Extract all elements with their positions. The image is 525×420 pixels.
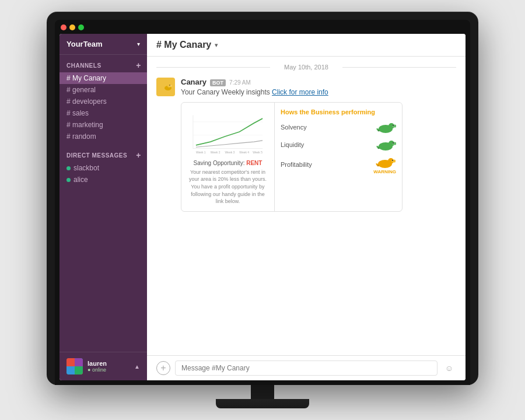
channel-name: # developers	[66, 97, 107, 106]
online-dot-icon	[66, 166, 71, 170]
svg-text:Week 3: Week 3	[225, 150, 235, 153]
online-dot-icon	[66, 178, 71, 182]
maximize-button[interactable]	[78, 24, 84, 30]
user-status: ● online	[88, 367, 107, 373]
dm-name: slackbot	[74, 164, 99, 172]
channel-name: # marketing	[66, 121, 103, 129]
channel-name: # general	[66, 86, 96, 94]
sidebar-item-marketing[interactable]: # marketing	[60, 119, 147, 131]
monitor-neck	[251, 385, 274, 399]
dm-name: alice	[74, 176, 88, 184]
minimize-button[interactable]	[69, 24, 75, 30]
metric-label-profitability: Profitability	[281, 161, 312, 168]
svg-text:Week 1: Week 1	[196, 150, 206, 153]
message: Canary BOT 7:29 AM Your Canary Weekly in…	[156, 78, 456, 212]
main-content: # My Canary ▾ May 10th, 2018	[147, 34, 466, 380]
sidebar: YourTeam ▾ CHANNELS + # My Canary # gene…	[60, 34, 147, 380]
monitor-base	[216, 399, 309, 408]
sidebar-item-my-canary[interactable]: # My Canary	[60, 72, 147, 84]
messages-area: May 10th, 2018	[147, 57, 466, 355]
close-button[interactable]	[61, 24, 66, 30]
channels-label: CHANNELS	[66, 62, 102, 69]
dm-alice[interactable]: alice	[60, 174, 147, 186]
svg-text:Week 4: Week 4	[239, 150, 249, 153]
svg-point-25	[392, 160, 393, 161]
add-channel-icon[interactable]: +	[136, 61, 141, 70]
date-label: May 10th, 2018	[284, 64, 328, 71]
attach-button[interactable]: +	[156, 361, 170, 375]
screen-bezel: YourTeam ▾ CHANNELS + # My Canary # gene…	[55, 20, 470, 385]
channels-section: CHANNELS + # My Canary # general # devel…	[60, 55, 147, 145]
rent-label: RENT	[246, 160, 262, 166]
dm-slackbot[interactable]: slackbot	[60, 162, 147, 174]
metric-label-liquidity: Liquidity	[281, 141, 304, 148]
metric-solvency: Solvency	[281, 120, 396, 134]
bot-badge: BOT	[210, 79, 226, 86]
channel-chevron-icon: ▾	[215, 41, 218, 49]
svg-text:Week 5: Week 5	[253, 150, 262, 153]
team-header[interactable]: YourTeam ▾	[60, 34, 147, 55]
user-info[interactable]: lauren ● online	[66, 358, 107, 374]
message-body: Canary BOT 7:29 AM Your Canary Weekly in…	[181, 78, 456, 212]
card-description: Your nearest competitor's rent in your a…	[187, 169, 268, 205]
sidebar-item-random[interactable]: # random	[60, 131, 147, 142]
svg-point-4	[169, 85, 170, 86]
card-right-title: Hows the Business performing	[281, 108, 396, 116]
plus-icon: +	[160, 363, 166, 373]
message-author: Canary	[181, 78, 206, 86]
avatar	[66, 358, 83, 374]
sidebar-item-sales[interactable]: # sales	[60, 107, 147, 119]
sidebar-footer: lauren ● online ▲	[60, 352, 147, 380]
bird-icon-liquidity	[375, 138, 396, 152]
channel-name: # random	[66, 132, 96, 141]
sidebar-item-general[interactable]: # general	[60, 84, 147, 96]
direct-messages-section: DIRECT MESSAGES + slackbot alice	[60, 145, 147, 188]
monitor: YourTeam ▾ CHANNELS + # My Canary # gene…	[47, 12, 478, 408]
monitor-stand	[47, 385, 478, 408]
message-time: 7:29 AM	[229, 79, 251, 86]
svg-text:Week 2: Week 2	[211, 150, 220, 153]
mini-chart: Week 1 Week 2 Week 3 Week 4 Week 5	[187, 108, 268, 155]
svg-point-17	[393, 125, 394, 126]
channel-header: # My Canary ▾	[147, 34, 466, 57]
channel-title: # My Canary	[156, 40, 211, 50]
monitor-shell: YourTeam ▾ CHANNELS + # My Canary # gene…	[47, 12, 478, 385]
metric-label-solvency: Solvency	[281, 124, 307, 131]
bird-icon-solvency	[375, 120, 396, 134]
card-right: Hows the Business performing Solvency	[275, 103, 402, 211]
metric-profitability: Profitability	[281, 155, 396, 174]
user-chevron-icon: ▲	[134, 363, 140, 370]
channel-name: # My Canary	[66, 74, 106, 82]
channels-section-header: CHANNELS +	[60, 61, 147, 72]
username: lauren	[88, 360, 107, 367]
traffic-lights	[60, 24, 466, 30]
message-meta: Canary BOT 7:29 AM	[181, 78, 456, 86]
saving-opportunity: Saving Opportunity: RENT	[187, 160, 268, 166]
app-screen: YourTeam ▾ CHANNELS + # My Canary # gene…	[60, 34, 466, 380]
bird-icon-profitability	[374, 155, 396, 169]
emoji-button[interactable]: ☺	[442, 361, 456, 375]
team-name: YourTeam	[66, 40, 103, 48]
date-divider: May 10th, 2018	[156, 64, 456, 71]
emoji-icon: ☺	[445, 363, 453, 373]
dm-label: DIRECT MESSAGES	[66, 152, 127, 159]
svg-point-21	[393, 142, 394, 144]
message-input[interactable]	[175, 360, 438, 376]
metric-liquidity: Liquidity	[281, 138, 396, 152]
add-dm-icon[interactable]: +	[136, 150, 141, 160]
bot-avatar	[156, 78, 175, 96]
warning-label: WARNING	[373, 169, 396, 174]
message-link[interactable]: Click for more info	[272, 88, 328, 96]
card-left: Week 1 Week 2 Week 3 Week 4 Week 5	[181, 103, 275, 211]
input-area: + ☺	[147, 355, 466, 380]
team-chevron-icon: ▾	[137, 41, 140, 47]
card-attachment: Week 1 Week 2 Week 3 Week 4 Week 5	[181, 102, 402, 212]
dm-section-header: DIRECT MESSAGES +	[60, 150, 147, 162]
channel-name: # sales	[66, 109, 89, 117]
message-text: Your Canary Weekly insights Click for mo…	[181, 88, 456, 97]
sidebar-item-developers[interactable]: # developers	[60, 96, 147, 107]
